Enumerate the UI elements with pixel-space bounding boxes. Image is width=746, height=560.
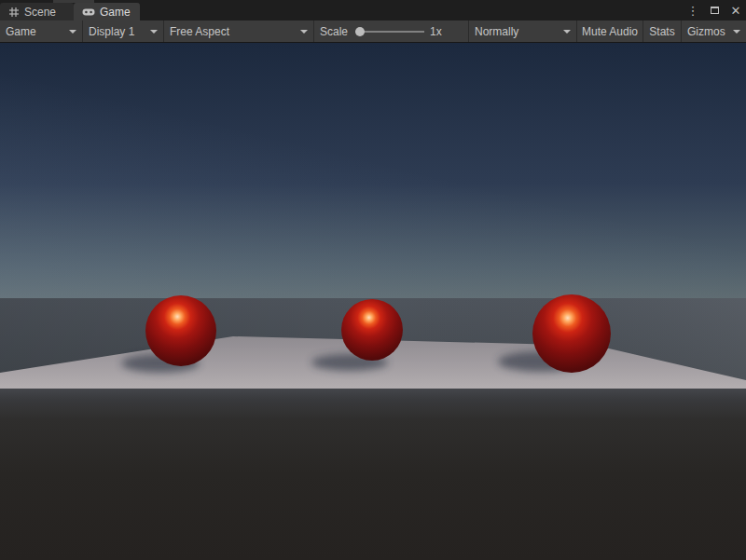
chevron-down-icon: [69, 30, 76, 34]
window-controls: ⋮ ✕: [686, 0, 742, 20]
stats-label: Stats: [649, 25, 674, 38]
chevron-down-icon: [300, 30, 308, 34]
gizmos-label: Gizmos: [687, 25, 725, 38]
mute-audio-button[interactable]: Mute Audio: [577, 20, 643, 42]
kebab-menu-icon[interactable]: ⋮: [686, 3, 699, 18]
maximize-glyph: [711, 7, 719, 14]
platform-front-face: [0, 389, 746, 560]
aspect-popup-label: Free Aspect: [170, 25, 229, 38]
red-sphere: [145, 295, 216, 366]
grid-icon: [8, 7, 20, 18]
chevron-down-icon: [733, 30, 740, 34]
chevron-down-icon: [563, 30, 571, 34]
tab-game[interactable]: Game: [74, 3, 140, 20]
tab-scene[interactable]: Scene: [0, 3, 74, 20]
game-viewport[interactable]: [0, 43, 746, 560]
maximize-icon[interactable]: [708, 3, 721, 18]
game-view-toolbar: Game Display 1 Free Aspect Scale 1x Norm…: [0, 20, 746, 43]
tab-scene-label: Scene: [24, 6, 56, 19]
red-sphere: [341, 299, 403, 361]
tab-bar: Scene Game ⋮ ✕: [0, 0, 746, 20]
scale-slider[interactable]: [355, 27, 424, 36]
display-popup-label: Display 1: [89, 25, 134, 38]
play-focus-popup[interactable]: Normally: [469, 20, 577, 42]
sky-glow: [0, 43, 746, 298]
gamepad-icon: [82, 7, 95, 17]
scale-value: 1x: [430, 25, 442, 38]
scale-slider-track[interactable]: [355, 31, 424, 33]
game-popup-label: Game: [6, 25, 36, 38]
scale-control: Scale 1x: [314, 20, 469, 42]
tab-game-label: Game: [100, 6, 131, 19]
aspect-ratio-popup[interactable]: Free Aspect: [164, 20, 314, 42]
close-icon[interactable]: ✕: [729, 3, 742, 18]
gizmos-popup[interactable]: Gizmos: [682, 20, 746, 42]
stats-button[interactable]: Stats: [643, 20, 682, 42]
chevron-down-icon: [150, 30, 158, 34]
display-popup[interactable]: Display 1: [83, 20, 164, 42]
scale-label: Scale: [320, 25, 348, 38]
scale-slider-knob[interactable]: [355, 27, 365, 36]
red-sphere: [532, 294, 611, 373]
play-focus-label: Normally: [475, 25, 518, 38]
game-popup[interactable]: Game: [0, 20, 83, 42]
mute-audio-label: Mute Audio: [582, 25, 638, 38]
